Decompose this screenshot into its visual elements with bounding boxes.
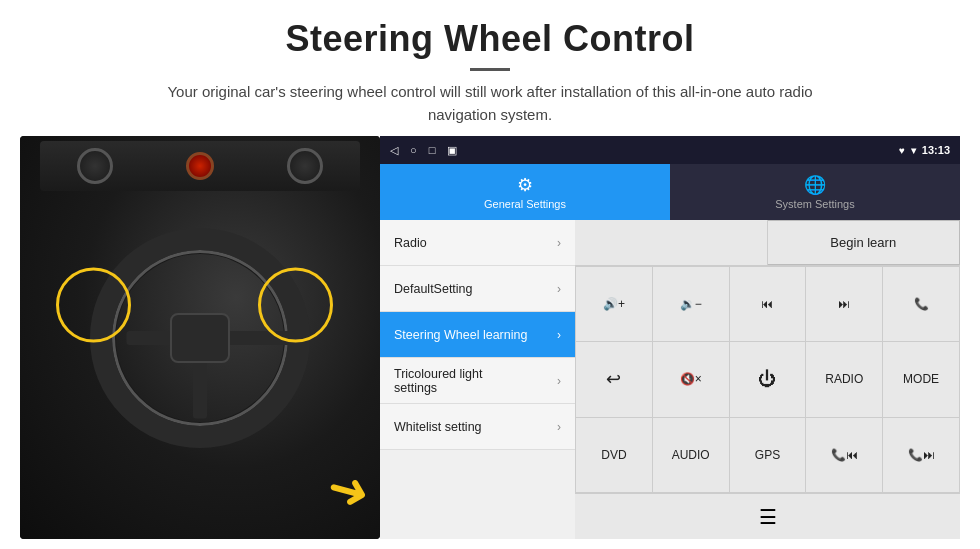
tab-bar: ⚙ General Settings 🌐 System Settings: [380, 164, 960, 220]
status-bar-right: ♥ ▾ 13:13: [899, 144, 950, 156]
general-settings-icon: ⚙: [517, 174, 533, 196]
audio-button[interactable]: AUDIO: [653, 418, 729, 492]
menu-item-default-label: DefaultSetting: [394, 282, 473, 296]
next-track-button[interactable]: ⏭: [806, 267, 882, 341]
power-icon: ⏻: [758, 369, 776, 390]
gauge-left: [77, 148, 113, 184]
phone-icon: 📞: [914, 297, 929, 311]
tab-system-label: System Settings: [775, 198, 854, 210]
mode-button[interactable]: DVD MODE: [883, 342, 959, 416]
highlight-circle-left: [56, 268, 131, 343]
steering-wheel-image: ➜: [20, 136, 380, 539]
prev-track-icon: ⏮: [761, 297, 773, 311]
phone-prev-icon: 📞⏮: [831, 448, 858, 462]
content-area: ➜ ◁ ○ □ ▣ ♥ ▾ 13:13 ⚙: [0, 136, 980, 549]
wifi-icon: ▾: [911, 145, 916, 156]
last-control-row: ☰: [575, 493, 960, 539]
next-track-icon: ⏭: [838, 297, 850, 311]
menu-item-tricoloured[interactable]: Tricoloured light settings ›: [380, 358, 575, 404]
tab-general-label: General Settings: [484, 198, 566, 210]
vol-up-button[interactable]: 🔊+: [576, 267, 652, 341]
menu-item-radio-label: Radio: [394, 236, 427, 250]
header-section: Steering Wheel Control Your original car…: [0, 0, 980, 136]
system-settings-icon: 🌐: [804, 174, 826, 196]
back-icon: ◁: [390, 144, 398, 157]
tab-general-settings[interactable]: ⚙ General Settings: [380, 164, 670, 220]
menu-item-radio[interactable]: Radio ›: [380, 220, 575, 266]
recents-icon: □: [429, 144, 436, 156]
home-icon: ○: [410, 144, 417, 156]
vol-up-icon: 🔊+: [603, 297, 625, 311]
tab-system-settings[interactable]: 🌐 System Settings: [670, 164, 960, 220]
dvd-button[interactable]: DVD: [576, 418, 652, 492]
menu-item-default-setting[interactable]: DefaultSetting ›: [380, 266, 575, 312]
status-bar: ◁ ○ □ ▣ ♥ ▾ 13:13: [380, 136, 960, 164]
radio-label: RADIO: [825, 372, 863, 386]
highlight-circle-right: [258, 268, 333, 343]
menu-list: Radio › DefaultSetting › Steering Wheel …: [380, 220, 575, 539]
back-button[interactable]: ↩: [576, 342, 652, 416]
gauge-warning: [186, 152, 214, 180]
list-button[interactable]: ☰: [575, 494, 960, 539]
chevron-steering-icon: ›: [557, 328, 561, 342]
menu-item-whitelist-label: Whitelist setting: [394, 420, 482, 434]
phone-next-button[interactable]: 📞⏭: [883, 418, 959, 492]
vol-down-button[interactable]: 🔉−: [653, 267, 729, 341]
screenshot-icon: ▣: [447, 144, 457, 157]
back-icon: ↩: [606, 368, 621, 390]
gps-button[interactable]: GPS: [730, 418, 806, 492]
menu-item-tricoloured-label: Tricoloured light settings: [394, 367, 524, 395]
gps-label: GPS: [755, 448, 780, 462]
clock: 13:13: [922, 144, 950, 156]
list-icon: ☰: [759, 505, 777, 529]
phone-prev-button[interactable]: 📞⏮: [806, 418, 882, 492]
screen-body: Radio › DefaultSetting › Steering Wheel …: [380, 220, 960, 539]
chevron-whitelist-icon: ›: [557, 420, 561, 434]
power-button[interactable]: ⏻: [730, 342, 806, 416]
chevron-default-icon: ›: [557, 282, 561, 296]
menu-item-whitelist[interactable]: Whitelist setting ›: [380, 404, 575, 450]
controls-panel: Begin learn 🔊+ 🔉− ⏮: [575, 220, 960, 539]
sw-center: [170, 313, 230, 363]
vol-down-icon: 🔉−: [680, 297, 702, 311]
prev-track-button[interactable]: ⏮: [730, 267, 806, 341]
chevron-tricoloured-icon: ›: [557, 374, 561, 388]
mute-icon: 🔇×: [680, 372, 702, 386]
button-grid: 🔊+ 🔉− ⏮ ⏭ 📞: [575, 266, 960, 493]
phone-next-icon: 📞⏭: [908, 448, 935, 462]
android-screen: ◁ ○ □ ▣ ♥ ▾ 13:13 ⚙ General Settings: [380, 136, 960, 539]
page-wrapper: Steering Wheel Control Your original car…: [0, 0, 980, 549]
mute-button[interactable]: 🔇×: [653, 342, 729, 416]
empty-cell: [575, 220, 768, 265]
top-control-row: Begin learn: [575, 220, 960, 266]
dvd-label: DVD: [601, 448, 626, 462]
menu-item-steering-wheel[interactable]: Steering Wheel learning ›: [380, 312, 575, 358]
status-bar-left: ◁ ○ □ ▣: [390, 144, 457, 157]
dashboard-gauges: [40, 141, 360, 191]
menu-item-steering-label: Steering Wheel learning: [394, 328, 527, 342]
title-divider: [470, 68, 510, 71]
phone-button[interactable]: 📞: [883, 267, 959, 341]
audio-label: AUDIO: [672, 448, 710, 462]
page-title: Steering Wheel Control: [20, 18, 960, 60]
mode-text: MODE: [903, 372, 939, 386]
gauge-right: [287, 148, 323, 184]
chevron-radio-icon: ›: [557, 236, 561, 250]
location-icon: ♥: [899, 145, 905, 156]
radio-btn[interactable]: RADIO: [806, 342, 882, 416]
subtitle: Your original car's steering wheel contr…: [140, 81, 840, 126]
begin-learn-button[interactable]: Begin learn: [768, 220, 961, 265]
